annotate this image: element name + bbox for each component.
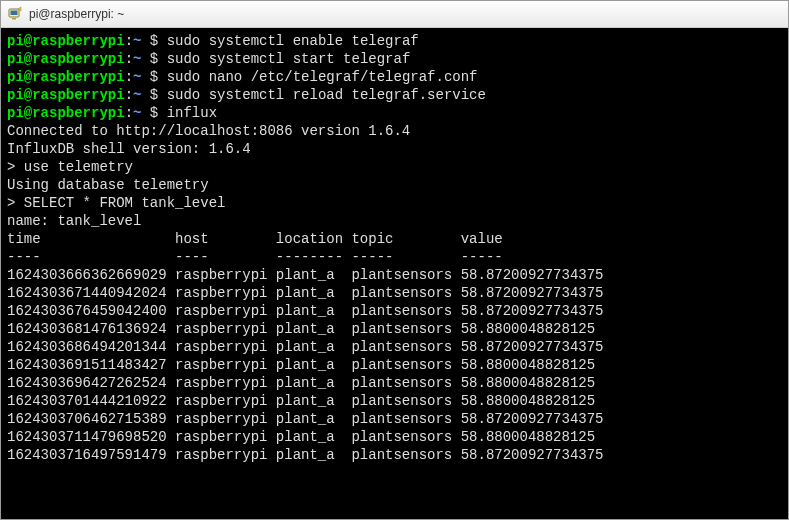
putty-icon: [7, 6, 23, 22]
output-line: Connected to http://localhost:8086 versi…: [7, 123, 410, 139]
table-row: 1624303676459042400 raspberrypi plant_a …: [7, 303, 604, 319]
table-row: 1624303691511483427 raspberrypi plant_a …: [7, 357, 595, 373]
terminal-window: pi@raspberrypi: ~ pi@raspberrypi:~ $ sud…: [0, 0, 789, 520]
table-row: 1624303716497591479 raspberrypi plant_a …: [7, 447, 604, 463]
prompt-line: pi@raspberrypi:~ $ sudo systemctl reload…: [7, 87, 486, 103]
command-text: sudo nano /etc/telegraf/telegraf.conf: [167, 69, 478, 85]
table-row: 1624303711479698520 raspberrypi plant_a …: [7, 429, 595, 445]
prompt-userhost: pi@raspberrypi: [7, 51, 125, 67]
prompt-userhost: pi@raspberrypi: [7, 105, 125, 121]
table-header: time host location topic value: [7, 231, 503, 247]
terminal-output[interactable]: pi@raspberrypi:~ $ sudo systemctl enable…: [1, 28, 788, 519]
influx-prompt-line: > SELECT * FROM tank_level: [7, 195, 225, 211]
svg-rect-2: [12, 18, 16, 20]
prompt-line: pi@raspberrypi:~ $ sudo nano /etc/telegr…: [7, 69, 478, 85]
prompt-line: pi@raspberrypi:~ $ influx: [7, 105, 217, 121]
prompt-userhost: pi@raspberrypi: [7, 69, 125, 85]
output-line: Using database telemetry: [7, 177, 209, 193]
table-row: 1624303686494201344 raspberrypi plant_a …: [7, 339, 604, 355]
command-text: sudo systemctl start telegraf: [167, 51, 411, 67]
table-row: 1624303701444210922 raspberrypi plant_a …: [7, 393, 595, 409]
table-row: 1624303671440942024 raspberrypi plant_a …: [7, 285, 604, 301]
table-row: 1624303696427262524 raspberrypi plant_a …: [7, 375, 595, 391]
command-text: sudo systemctl enable telegraf: [167, 33, 419, 49]
output-line: InfluxDB shell version: 1.6.4: [7, 141, 251, 157]
prompt-userhost: pi@raspberrypi: [7, 33, 125, 49]
titlebar[interactable]: pi@raspberrypi: ~: [1, 1, 788, 28]
table-row: 1624303681476136924 raspberrypi plant_a …: [7, 321, 595, 337]
svg-rect-1: [11, 11, 18, 16]
prompt-line: pi@raspberrypi:~ $ sudo systemctl enable…: [7, 33, 419, 49]
table-dashes: ---- ---- -------- ----- -----: [7, 249, 503, 265]
command-text: influx: [167, 105, 217, 121]
prompt-line: pi@raspberrypi:~ $ sudo systemctl start …: [7, 51, 410, 67]
command-text: sudo systemctl reload telegraf.service: [167, 87, 486, 103]
window-title: pi@raspberrypi: ~: [29, 7, 124, 21]
prompt-userhost: pi@raspberrypi: [7, 87, 125, 103]
influx-prompt-line: > use telemetry: [7, 159, 133, 175]
output-line: name: tank_level: [7, 213, 141, 229]
table-row: 1624303666362669029 raspberrypi plant_a …: [7, 267, 604, 283]
table-row: 1624303706462715389 raspberrypi plant_a …: [7, 411, 604, 427]
